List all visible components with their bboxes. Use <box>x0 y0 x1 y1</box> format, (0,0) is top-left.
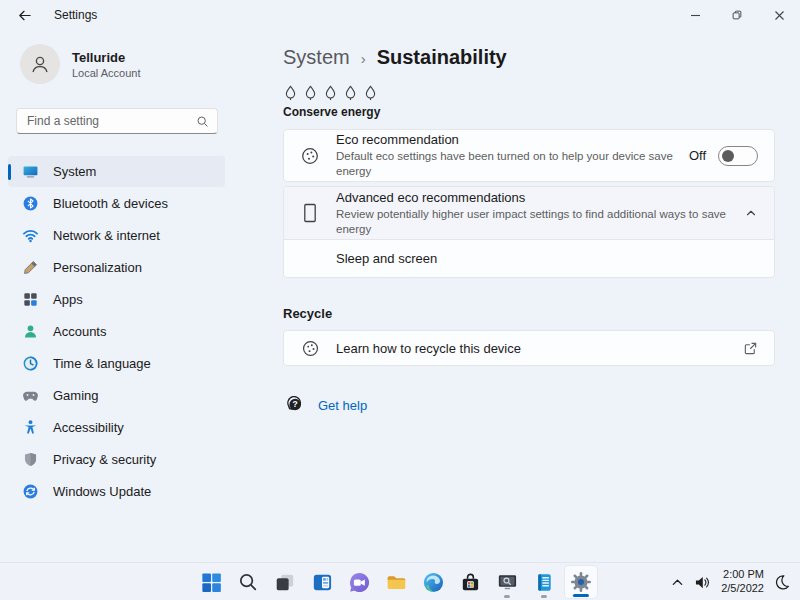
page-title: Sustainability <box>377 46 507 69</box>
chat-icon <box>347 571 370 594</box>
sidebar-item-personalization[interactable]: Personalization <box>8 252 225 283</box>
account-card[interactable]: Telluride Local Account <box>20 44 270 84</box>
breadcrumb-separator: › <box>361 50 366 67</box>
edge-icon <box>421 571 444 594</box>
chevron-up-icon[interactable] <box>744 206 758 220</box>
toggle-state-label: Off <box>689 148 706 163</box>
sidebar-item-label: Accessibility <box>53 420 124 435</box>
sidebar-item-label: Gaming <box>53 388 99 403</box>
taskbar: 2:00 PM 2/5/2022 <box>0 562 800 600</box>
wifi-icon <box>22 227 39 244</box>
search-icon <box>196 115 209 128</box>
account-type: Local Account <box>72 67 141 79</box>
search-input[interactable] <box>27 114 196 128</box>
restore-icon <box>731 9 743 21</box>
eco-recommendation-card[interactable]: Eco recommendation Default eco settings … <box>283 129 775 182</box>
sidebar-item-apps[interactable]: Apps <box>8 284 225 315</box>
volume-button[interactable] <box>694 575 711 590</box>
leaf-icon <box>363 85 378 101</box>
sidebar-item-privacy-security[interactable]: Privacy & security <box>8 444 225 475</box>
settings-taskbar-button[interactable] <box>564 565 598 599</box>
conserve-energy-header: Conserve energy <box>283 105 775 119</box>
get-help-link[interactable]: ? Get help <box>286 396 775 414</box>
sidebar-item-label: Apps <box>53 292 83 307</box>
recycle-header: Recycle <box>283 306 775 321</box>
get-help-icon: ? <box>286 396 304 414</box>
notifications-button[interactable] <box>774 574 790 590</box>
close-icon <box>774 10 785 21</box>
eco-recommendation-title: Eco recommendation <box>336 132 689 147</box>
apps-grid-icon <box>22 291 39 308</box>
breadcrumb-system[interactable]: System <box>283 46 350 69</box>
settings-gear-icon <box>569 570 593 594</box>
sidebar-item-label: Bluetooth & devices <box>53 196 168 211</box>
sidebar-item-time-language[interactable]: Time & language <box>8 348 225 379</box>
system-icon <box>22 163 39 180</box>
sidebar-item-label: Privacy & security <box>53 452 156 467</box>
leaf-icon <box>343 85 358 101</box>
main-content: System › Sustainability Conserve energy … <box>270 30 800 562</box>
sidebar-item-gaming[interactable]: Gaming <box>8 380 225 411</box>
sidebar-item-windows-update[interactable]: Windows Update <box>8 476 225 507</box>
app-notes-icon <box>532 571 555 594</box>
search-box[interactable] <box>16 108 218 134</box>
start-icon <box>199 571 222 594</box>
sidebar-item-bluetooth-devices[interactable]: Bluetooth & devices <box>8 188 225 219</box>
shield-icon <box>22 451 39 468</box>
eco-leaves-decoration <box>283 85 775 101</box>
app-monitor-button[interactable] <box>490 565 524 599</box>
sleep-and-screen-item[interactable]: Sleep and screen <box>284 240 774 277</box>
clock-icon <box>22 355 39 372</box>
hidden-icons-button[interactable] <box>671 576 684 589</box>
widgets-button[interactable] <box>305 565 339 599</box>
app-monitor-icon <box>495 571 518 594</box>
recycle-link-label: Learn how to recycle this device <box>336 341 743 356</box>
get-help-label: Get help <box>318 398 367 413</box>
recycle-link-card[interactable]: Learn how to recycle this device <box>283 330 775 366</box>
taskbar-search-icon <box>237 571 259 593</box>
sidebar-item-accounts[interactable]: Accounts <box>8 316 225 347</box>
start-button[interactable] <box>194 565 228 599</box>
edge-button[interactable] <box>416 565 450 599</box>
task-view-button[interactable] <box>268 565 302 599</box>
avatar <box>20 44 60 84</box>
sidebar-item-label: Windows Update <box>53 484 151 499</box>
back-arrow-icon <box>17 8 32 23</box>
eco-recommendation-toggle[interactable] <box>718 146 758 166</box>
app-notes-button[interactable] <box>527 565 561 599</box>
external-link-icon <box>743 341 758 356</box>
breadcrumb: System › Sustainability <box>283 46 775 69</box>
close-button[interactable] <box>758 0 800 30</box>
sidebar-item-label: System <box>53 164 96 179</box>
tray-time: 2:00 PM <box>721 568 764 582</box>
system-tray: 2:00 PM 2/5/2022 <box>671 563 790 600</box>
advanced-eco-header[interactable]: Advanced eco recommendations Review pote… <box>284 187 774 240</box>
hidden-icons-chevron-icon <box>671 576 684 589</box>
speaker-icon <box>694 575 711 590</box>
sidebar-item-system[interactable]: System <box>8 156 225 187</box>
game-controller-icon <box>22 387 39 404</box>
store-button[interactable] <box>453 565 487 599</box>
sidebar-item-accessibility[interactable]: Accessibility <box>8 412 225 443</box>
restore-button[interactable] <box>716 0 758 30</box>
file-explorer-button[interactable] <box>379 565 413 599</box>
recycle-leaf-icon <box>300 339 320 358</box>
settings-nav: System Bluetooth & devices Network & int… <box>8 156 225 507</box>
update-arrows-icon <box>22 483 39 500</box>
accessibility-person-icon <box>22 419 39 436</box>
minimize-button[interactable] <box>674 0 716 30</box>
store-icon <box>458 571 481 594</box>
sidebar-item-network-internet[interactable]: Network & internet <box>8 220 225 251</box>
clock[interactable]: 2:00 PM 2/5/2022 <box>721 568 764 596</box>
sleep-and-screen-label: Sleep and screen <box>336 251 437 266</box>
svg-text:?: ? <box>293 399 298 409</box>
chat-button[interactable] <box>342 565 376 599</box>
eco-recommendation-description: Default eco settings have been turned on… <box>336 149 689 179</box>
taskbar-search-button[interactable] <box>231 565 265 599</box>
eco-leaf-icon <box>300 146 320 166</box>
tray-date: 2/5/2022 <box>721 582 764 596</box>
running-indicator <box>504 595 510 598</box>
advanced-eco-description: Review potentially higher user impact se… <box>336 207 744 237</box>
sidebar-item-label: Network & internet <box>53 228 160 243</box>
back-button[interactable] <box>4 0 44 30</box>
